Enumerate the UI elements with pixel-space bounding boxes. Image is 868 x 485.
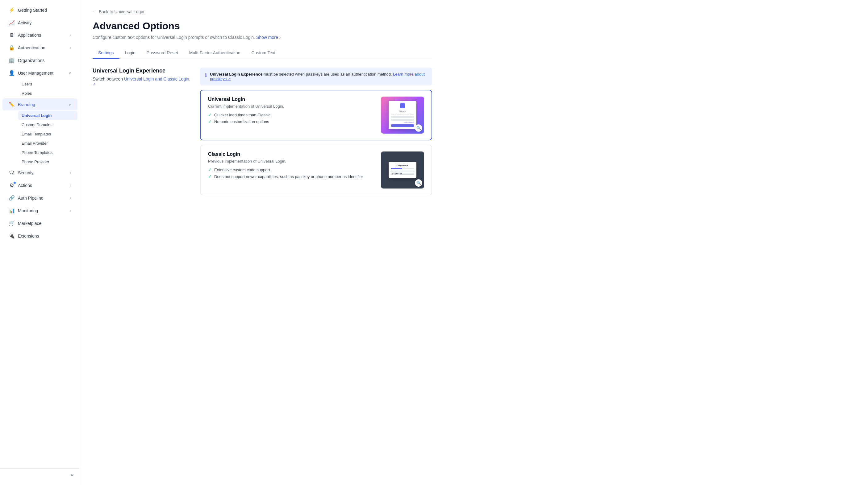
extensions-icon: 🔌 [9,233,15,239]
page-description: Configure custom text options for Univer… [93,35,432,40]
universal-login-preview-bg: Welcome Login to Company to continue to … [381,97,424,134]
password-dot [399,173,399,174]
zoom-in-button[interactable]: 🔍 [415,179,422,187]
sidebar-item-users[interactable]: Users [18,79,78,89]
chevron-right-icon: › [70,46,71,50]
chevron-right-icon: › [279,35,281,40]
sidebar-item-organizations[interactable]: 🏢 Organizations [2,54,78,66]
zoom-in-button[interactable]: 🔍 [415,124,422,132]
actions-notification-dot [13,182,16,184]
info-icon: ℹ [205,72,207,78]
sidebar: ⚡ Getting Started 📈 Activity 🖥 Applicati… [0,0,80,485]
branding-submenu: Universal Login Custom Domains Email Tem… [0,111,80,167]
universal-login-card-title: Universal Login [208,97,376,102]
sidebar-item-authentication[interactable]: 🔒 Authentication › [2,42,78,54]
sidebar-item-auth-pipeline[interactable]: 🔗 Auth Pipeline › [2,192,78,204]
classic-preview-company: CompanyName [391,164,414,166]
sidebar-item-email-templates[interactable]: Email Templates [18,130,78,138]
sidebar-item-marketplace[interactable]: 🛒 Marketplace [2,217,78,229]
marketplace-icon: 🛒 [9,220,15,226]
sidebar-item-branding[interactable]: ✏️ Branding ∨ [2,98,78,110]
sidebar-item-security[interactable]: 🛡 Security › [2,167,78,179]
section-left: Universal Login Experience Switch betwee… [93,68,191,86]
preview-welcome-text: Welcome [391,110,414,112]
sidebar-item-phone-provider[interactable]: Phone Provider [18,157,78,166]
sidebar-item-monitoring[interactable]: 📊 Monitoring › [2,204,78,217]
auth-pipeline-icon: 🔗 [9,195,15,201]
classic-preview-window: CompanyName ​email@email.com [389,162,416,178]
universal-login-preview: Welcome Login to Company to continue to … [381,97,424,134]
sidebar-item-extensions[interactable]: 🔌 Extensions [2,230,78,242]
getting-started-icon: ⚡ [9,7,15,13]
password-dot [392,173,393,174]
section-title: Universal Login Experience [93,68,191,74]
preview-button [391,124,414,127]
classic-tab-login [391,168,402,169]
sidebar-item-activity[interactable]: 📈 Activity [2,17,78,29]
classic-login-card[interactable]: Classic Login Previous implementation of… [200,145,432,195]
universal-login-features: ✓ Quicker load times than Classic ✓ No-c… [208,112,376,124]
sidebar-item-email-provider[interactable]: Email Provider [18,139,78,148]
check-icon: ✓ [208,174,212,179]
classic-login-card-content: Classic Login Previous implementation of… [208,152,376,179]
tab-password-reset[interactable]: Password Reset [141,47,184,59]
chevron-down-icon: ∨ [68,102,71,107]
sidebar-item-universal-login[interactable]: Universal Login [18,111,78,120]
tabs-bar: Settings Login Password Reset Multi-Fact… [93,47,432,59]
authentication-icon: 🔒 [9,45,15,51]
activity-icon: 📈 [9,20,15,26]
chevron-right-icon: › [70,183,71,188]
check-icon: ✓ [208,119,212,124]
section-right: ℹ Universal Login Experience must be sel… [200,68,432,195]
main-content: ← Back to Universal Login Advanced Optio… [80,0,868,485]
branding-icon: ✏️ [9,101,15,107]
preview-subtitle: Login to Company to continue to My App [391,113,414,115]
organizations-icon: 🏢 [9,57,15,63]
tab-login[interactable]: Login [120,47,141,59]
sidebar-collapse-button[interactable]: « [0,468,80,481]
user-management-submenu: Users Roles [0,79,80,98]
tab-settings[interactable]: Settings [93,47,120,59]
classic-login-features: ✓ Extensive custom code support ✓ Does n… [208,167,376,179]
universal-login-card[interactable]: Universal Login Current implementation o… [200,90,432,140]
classic-preview-tabs [391,168,414,169]
feature-item: ✓ Quicker load times than Classic [208,112,376,117]
chevron-right-icon: › [70,171,71,175]
password-dot [397,173,398,174]
feature-item: ✓ Extensive custom code support [208,167,376,172]
check-icon: ✓ [208,167,212,172]
universal-login-card-content: Universal Login Current implementation o… [208,97,376,124]
preview-input-2 [391,119,414,121]
password-dot [395,173,396,174]
settings-section: Universal Login Experience Switch betwee… [93,68,432,195]
back-link[interactable]: ← Back to Universal Login [93,9,432,14]
preview-logo [400,103,405,108]
universal-login-card-desc: Current implementation of Universal Logi… [208,104,376,108]
show-more-link[interactable]: Show more › [256,35,281,40]
chevron-right-icon: › [70,196,71,200]
classic-login-card-desc: Previous implementation of Universal Log… [208,159,376,163]
password-dot [401,173,402,174]
classic-tab-signup [403,168,414,169]
sidebar-item-getting-started[interactable]: ⚡ Getting Started [2,4,78,16]
sidebar-item-phone-templates[interactable]: Phone Templates [18,148,78,157]
tab-mfa[interactable]: Multi-Factor Authentication [184,47,246,59]
preview-forgot: Forgot Password? [391,122,414,123]
classic-email-input: ​email@email.com [391,171,414,172]
password-dot [396,173,397,174]
security-icon: 🛡 [9,170,15,175]
feature-item: ✓ Does not support newer capabilities, s… [208,174,376,179]
password-dot [400,173,401,174]
classic-password-input [391,173,414,174]
info-banner: ℹ Universal Login Experience must be sel… [200,68,432,86]
classic-login-card-title: Classic Login [208,152,376,157]
sidebar-item-roles[interactable]: Roles [18,89,78,98]
sidebar-item-actions[interactable]: ⚙ Actions › [2,179,78,191]
sidebar-item-custom-domains[interactable]: Custom Domains [18,120,78,129]
chevron-down-icon: ∨ [68,71,71,75]
tab-custom-text[interactable]: Custom Text [246,47,281,59]
preview-window: Welcome Login to Company to continue to … [389,101,416,129]
sidebar-item-applications[interactable]: 🖥 Applications › [2,29,78,41]
sidebar-item-user-management[interactable]: 👤 User Management ∨ [2,67,78,79]
classic-login-preview-bg: CompanyName ​email@email.com [381,152,424,189]
